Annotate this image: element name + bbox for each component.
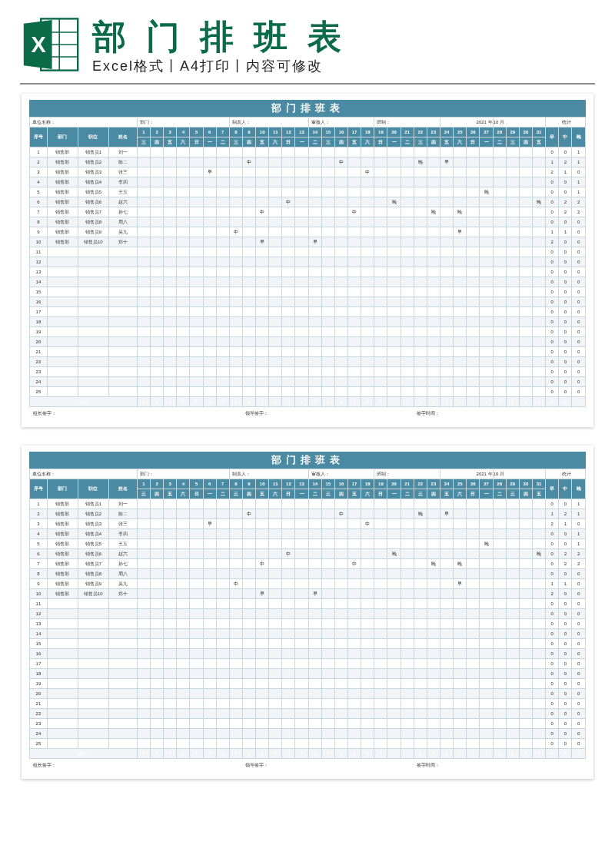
table-row: 6销售部销售员6赵六中晚晚022 (30, 197, 586, 207)
table-row: 7销售部销售员7孙七中中晚晚022 (30, 207, 586, 217)
table-row: 13000 (30, 619, 586, 629)
sum-row: 合计0000120011201001101011011010100687 (30, 397, 586, 407)
table-row: 14000 (30, 277, 586, 287)
schedule-table: 单位名称：部门：制表人：审核人：班制：2021 年 10 月统计序号部门职位姓名… (29, 469, 586, 770)
schedule-sheet: 部门排班表单位名称：部门：制表人：审核人：班制：2021 年 10 月统计序号部… (22, 94, 593, 427)
table-row: 14000 (30, 629, 586, 639)
svg-text:X: X (31, 32, 45, 57)
info-row: 单位名称：部门：制表人：审核人：班制：2021 年 10 月统计 (30, 469, 586, 479)
table-row: 11000 (30, 247, 586, 257)
table-row: 9销售部销售员9吴九中早110 (30, 579, 586, 589)
table-row: 19000 (30, 679, 586, 689)
table-row: 12000 (30, 257, 586, 267)
sheet-title: 部门排班表 (29, 100, 586, 117)
table-row: 6销售部销售员6赵六中晚晚022 (30, 549, 586, 559)
table-row: 13000 (30, 267, 586, 277)
table-row: 7销售部销售员7孙七中中晚晚022 (30, 559, 586, 569)
info-row: 单位名称：部门：制表人：审核人：班制：2021 年 10 月统计 (30, 118, 586, 128)
table-row: 3销售部销售员3张三早中210 (30, 519, 586, 529)
table-row: 1销售部销售员1刘一001 (30, 499, 586, 509)
table-row: 10销售部销售员10郑十早早200 (30, 589, 586, 599)
template-header: X 部门排班表 Excel格式丨A4打印丨内容可修改 (0, 0, 615, 80)
table-row: 16000 (30, 297, 586, 307)
sum-row: 合计0000120011201001101011011010100687 (30, 749, 586, 759)
table-row: 18000 (30, 669, 586, 679)
header-row-1: 序号部门职位姓名12345678910111213141516171819202… (30, 128, 586, 137)
header-row-1: 序号部门职位姓名12345678910111213141516171819202… (30, 479, 586, 489)
table-row: 3销售部销售员3张三早中210 (30, 167, 586, 177)
table-row: 18000 (30, 317, 586, 327)
excel-icon: X (20, 14, 81, 75)
table-row: 8销售部销售员8周八000 (30, 569, 586, 579)
table-row: 23000 (30, 719, 586, 729)
table-row: 25000 (30, 739, 586, 749)
table-row: 24000 (30, 729, 586, 739)
schedule-table: 单位名称：部门：制表人：审核人：班制：2021 年 10 月统计序号部门职位姓名… (29, 117, 586, 418)
table-row: 20000 (30, 337, 586, 347)
table-row: 20000 (30, 689, 586, 699)
table-row: 22000 (30, 357, 586, 367)
table-row: 22000 (30, 709, 586, 719)
table-row: 8销售部销售员8周八000 (30, 217, 586, 227)
table-row: 11000 (30, 599, 586, 609)
table-row: 21000 (30, 347, 586, 357)
table-row: 5销售部销售员5王五晚001 (30, 187, 586, 197)
signature-row: 组长签字：领导签字：签字时间： (30, 407, 586, 419)
table-row: 15000 (30, 639, 586, 649)
divider (20, 83, 595, 84)
table-row: 2销售部销售员2陈二中中晚早121 (30, 157, 586, 167)
signature-row: 组长签字：领导签字：签字时间： (30, 759, 586, 770)
table-row: 21000 (30, 699, 586, 709)
page-title: 部门排班表 (92, 15, 595, 60)
table-row: 4销售部销售员4李四001 (30, 177, 586, 187)
table-row: 5销售部销售员5王五晚001 (30, 539, 586, 549)
table-row: 17000 (30, 659, 586, 669)
table-row: 16000 (30, 649, 586, 659)
table-row: 19000 (30, 327, 586, 337)
table-row: 25000 (30, 387, 586, 397)
table-row: 1销售部销售员1刘一001 (30, 147, 586, 157)
table-row: 10销售部销售员10郑十早早200 (30, 237, 586, 247)
table-row: 4销售部销售员4李四001 (30, 529, 586, 539)
table-row: 2销售部销售员2陈二中中晚早121 (30, 509, 586, 519)
table-row: 15000 (30, 287, 586, 297)
sheet-title: 部门排班表 (29, 452, 586, 469)
table-row: 24000 (30, 377, 586, 387)
schedule-sheet: 部门排班表单位名称：部门：制表人：审核人：班制：2021 年 10 月统计序号部… (22, 446, 593, 779)
table-row: 12000 (30, 609, 586, 619)
table-row: 17000 (30, 307, 586, 317)
table-row: 23000 (30, 367, 586, 377)
table-row: 9销售部销售员9吴九中早110 (30, 227, 586, 237)
